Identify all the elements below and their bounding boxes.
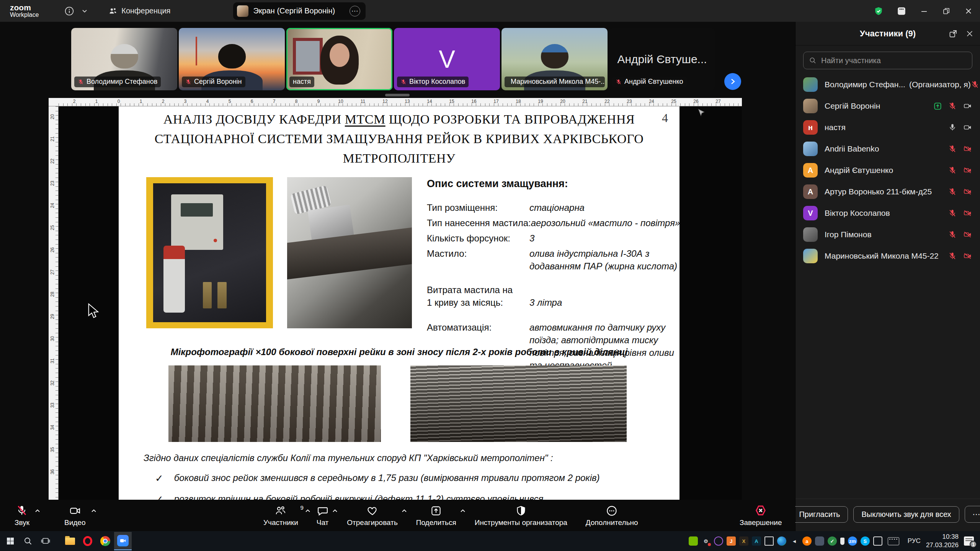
video-options-chevron[interactable] (90, 508, 97, 514)
oval-app-tray-icon[interactable] (714, 536, 723, 546)
video-thumbnail[interactable]: Мариновський Микола М45-... (501, 28, 608, 90)
minimize-button[interactable] (920, 7, 929, 16)
camera-off-icon[interactable] (963, 252, 972, 260)
network-status-tray-icon[interactable] (764, 536, 774, 546)
share-button[interactable]: Поделиться (416, 504, 456, 527)
defender-shield-tray-icon[interactable]: ✓ (828, 536, 837, 546)
camera-icon[interactable] (963, 123, 972, 132)
end-meeting-button[interactable]: Завершение (740, 504, 782, 527)
participant-row[interactable]: Мариновський Микола М45-22 (795, 245, 980, 267)
language-indicator[interactable]: РУС (908, 537, 921, 545)
ruler-number: 17 (493, 99, 498, 104)
close-button[interactable] (964, 7, 973, 16)
participants-chevron[interactable] (304, 508, 311, 514)
video-thumbnail[interactable]: Володимир Стефанов (71, 28, 177, 90)
teal-a-tray-icon[interactable]: A (752, 536, 761, 546)
taskbar-clock[interactable]: 10:38 27.03.2026 (926, 533, 959, 549)
camera-off-icon[interactable] (963, 187, 972, 196)
camera-icon[interactable] (963, 102, 972, 110)
camera-off-icon[interactable] (963, 145, 972, 153)
camera-permission-tray-icon[interactable] (873, 536, 882, 546)
close-panel-icon[interactable] (965, 29, 974, 38)
zoom-app-icon[interactable] (114, 532, 132, 550)
panel-more-button[interactable]: ⋯ (965, 506, 980, 523)
audio-options-chevron[interactable] (34, 508, 41, 514)
spec-label: Тип розміщення: (427, 201, 529, 214)
mic-muted-icon[interactable] (948, 166, 957, 174)
participant-row[interactable]: ннастя (795, 117, 980, 138)
settings-gear-tray-icon[interactable]: ⚙ (701, 536, 710, 546)
host-tools-button[interactable]: Инструменты организатора (475, 504, 567, 527)
search-taskbar-icon[interactable] (19, 532, 37, 550)
react-button[interactable]: Отреагировать (347, 504, 398, 527)
video-thumbnail[interactable]: настя (286, 28, 392, 90)
microphone-tray-icon[interactable] (840, 538, 844, 545)
volume-tray-icon[interactable]: ◄ (790, 536, 799, 546)
apps-grid-icon[interactable] (897, 6, 906, 16)
nvidia-tray-icon[interactable] (689, 536, 698, 546)
mic-muted-icon[interactable] (948, 252, 957, 260)
mic-muted-icon[interactable] (948, 187, 957, 196)
game-controller-tray-icon[interactable] (815, 536, 824, 546)
participant-search[interactable] (803, 52, 972, 69)
globe-tray-icon[interactable] (777, 536, 786, 546)
chevron-down-icon[interactable] (77, 3, 92, 19)
video-thumbnail[interactable]: VВіктор Косолапов (394, 28, 500, 90)
participant-row[interactable]: Сергій Воронін (795, 95, 980, 117)
start-button[interactable] (2, 532, 19, 550)
more-button[interactable]: Дополнительно (586, 504, 638, 527)
mic-muted-icon[interactable] (948, 230, 957, 239)
participant-row[interactable]: Andrii Babenko (795, 138, 980, 160)
tab-options-icon[interactable]: ⋯ (350, 6, 360, 16)
participants-button[interactable]: 9 Участники (263, 504, 298, 527)
participant-row[interactable]: Володимир Стефан...(Организатор, я) (795, 74, 980, 95)
file-explorer-icon[interactable] (61, 532, 79, 550)
video-thumbnail[interactable]: Андрій Євтуше...Андрій Євтушенко (609, 28, 715, 90)
popout-panel-icon[interactable] (949, 29, 958, 38)
chrome-icon[interactable] (96, 532, 114, 550)
mic-muted-icon[interactable] (616, 79, 622, 85)
mic-muted-icon[interactable] (948, 209, 957, 217)
touch-keyboard-icon[interactable] (888, 537, 899, 545)
chat-button[interactable]: Чат (317, 504, 329, 527)
task-view-icon[interactable] (37, 532, 54, 550)
participant-row[interactable]: ААндрій Євтушенко (795, 160, 980, 181)
mic-muted-icon[interactable] (400, 79, 407, 85)
restore-button[interactable] (942, 7, 951, 16)
next-videos-button[interactable] (724, 73, 741, 90)
participant-row[interactable]: VВіктор Косолапов (795, 202, 980, 224)
audio-button[interactable]: Звук (15, 504, 29, 527)
tab-conference[interactable]: Конференция (103, 0, 176, 22)
security-shield-icon[interactable] (874, 6, 884, 16)
opera-icon[interactable] (79, 532, 96, 550)
avast-tray-icon[interactable]: a (802, 536, 812, 546)
mic-muted-icon[interactable] (948, 102, 957, 110)
notification-center-icon[interactable]: 1 (964, 536, 974, 546)
camera-off-icon[interactable] (963, 166, 972, 174)
ruler-number: 1 (140, 99, 142, 104)
mic-muted-icon[interactable] (185, 79, 191, 85)
share-chevron[interactable] (459, 508, 466, 514)
java-tray-icon[interactable]: J (727, 536, 736, 546)
mute-all-button[interactable]: Выключить звук для всех (853, 506, 959, 523)
mic-muted-icon[interactable] (971, 80, 979, 89)
x-app-tray-icon[interactable]: X (739, 536, 748, 546)
participant-row[interactable]: ААртур Воронько 211-бкм-д25 (795, 181, 980, 202)
react-chevron[interactable] (401, 508, 408, 514)
info-icon[interactable] (62, 3, 77, 19)
mic-muted-icon[interactable] (948, 145, 957, 153)
mic-muted-icon[interactable] (78, 79, 84, 85)
zoom-tray-icon[interactable]: zm (848, 536, 857, 546)
participant-row[interactable]: Ігор Пімонов (795, 224, 980, 245)
video-thumbnail[interactable]: Сергій Воронін (179, 28, 285, 90)
strip-resize-handle[interactable] (385, 94, 410, 96)
camera-off-icon[interactable] (963, 230, 972, 239)
invite-button[interactable]: Пригласить (791, 506, 848, 523)
search-input[interactable] (820, 56, 967, 65)
camera-off-icon[interactable] (963, 209, 972, 217)
skype-tray-icon[interactable]: S (861, 536, 870, 546)
chat-chevron[interactable] (332, 508, 338, 514)
tab-screen-share[interactable]: Экран (Сергій Воронін) ⋯ (233, 2, 366, 20)
mic-icon[interactable] (948, 123, 957, 132)
video-button[interactable]: Видео (64, 504, 86, 527)
